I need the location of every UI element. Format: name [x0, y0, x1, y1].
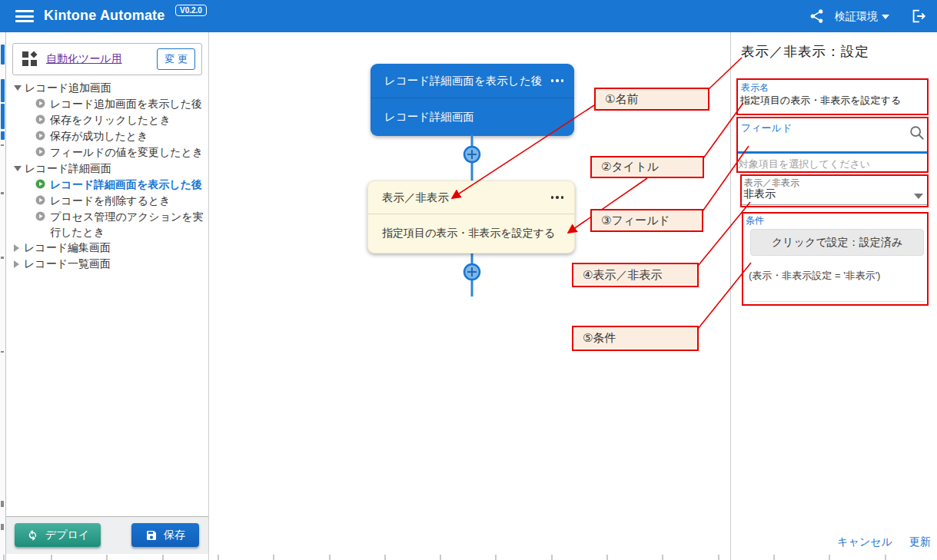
update-link[interactable]: 更新: [909, 535, 931, 549]
cancel-link[interactable]: キャンセル: [837, 535, 892, 549]
trigger-node-title: レコード詳細画面: [384, 110, 474, 124]
trigger-node-body: レコード詳細画面: [370, 98, 574, 135]
field-label: フィールド: [741, 121, 792, 135]
event-tree: レコード追加画面 レコード追加画面を表示した後 保存をクリックしたとき 保存が成…: [6, 80, 209, 272]
panel-title: 表示／非表示：設定: [741, 42, 869, 61]
collapsed-triangle-icon[interactable]: [14, 244, 19, 252]
sidebar-footer: デプロイ 保存: [6, 516, 208, 554]
field-input-underline[interactable]: [737, 151, 927, 154]
expand-triangle-icon[interactable]: [14, 166, 22, 171]
deploy-button[interactable]: デプロイ: [15, 523, 101, 547]
field-placeholder: 対象項目を選択してください: [739, 157, 870, 171]
app-selector: 自動化ツール用 変 更: [12, 43, 202, 75]
tree-item-label: プロセス管理のアクションを実行したとき: [50, 209, 208, 240]
environment-selector[interactable]: 検証環境: [835, 10, 878, 24]
tree-item-label: レコード追加画面を表示した後: [50, 96, 202, 111]
tree-item[interactable]: 保存をクリックしたとき: [6, 112, 209, 128]
play-circle-icon: [35, 195, 45, 205]
tree-item[interactable]: レコード追加画面を表示した後: [6, 96, 209, 112]
collapsed-nav-strip[interactable]: [0, 32, 6, 560]
share-icon[interactable]: [809, 8, 825, 25]
app-icon: [22, 51, 38, 68]
change-app-button[interactable]: 変 更: [157, 48, 195, 70]
save-icon: [145, 529, 158, 542]
tree-section-label: レコード編集画面: [24, 241, 111, 255]
condition-divider: [750, 301, 925, 302]
tree-section-record-list[interactable]: レコード一覧画面: [6, 256, 209, 272]
play-circle-icon: [35, 114, 45, 124]
app-title: Kintone Automate: [44, 8, 165, 24]
play-circle-icon: [35, 179, 45, 189]
version-badge: V0.2.0: [175, 5, 207, 16]
hamburger-icon[interactable]: [15, 10, 34, 22]
display-name-label: 表示名: [741, 81, 769, 94]
sidebar: 自動化ツール用 変 更 レコード追加画面 レコード追加画面を表示した後 保存をク…: [6, 32, 209, 560]
action-node[interactable]: 表示／非表示 指定項目の表示・非表示を設定する: [367, 181, 575, 253]
annotation-title: ②タイトル: [590, 156, 704, 178]
expand-triangle-icon[interactable]: [14, 85, 22, 91]
tree-item-label: レコード詳細画面を表示した後: [50, 177, 202, 192]
play-circle-icon: [35, 147, 45, 157]
action-node-header: 表示／非表示: [368, 181, 574, 214]
annotation-visibility: ④表示／非表示: [572, 263, 699, 287]
settings-panel: 表示／非表示：設定 表示名 指定項目の表示・非表示を設定する フィールド 対象項…: [730, 32, 937, 560]
trigger-node[interactable]: レコード詳細画面を表示した後 レコード詳細画面: [370, 64, 574, 136]
annotation-name: ①名前: [594, 88, 709, 111]
annotation-field: ③フィールド: [590, 209, 703, 232]
tree-section-record-edit[interactable]: レコード編集画面: [6, 240, 209, 256]
tree-item-label: 保存が成功したとき: [50, 128, 148, 144]
tree-item[interactable]: レコードを削除するとき: [6, 193, 209, 209]
flow-canvas: レコード詳細画面を表示した後 レコード詳細画面 表示／非表示 指定項目の表示・非…: [209, 32, 730, 560]
trigger-node-name: レコード詳細画面を表示した後: [384, 74, 542, 88]
action-node-title: 指定項目の表示・非表示を設定する: [382, 227, 555, 240]
logout-icon[interactable]: [910, 8, 927, 25]
visibility-select-underline: [742, 204, 927, 205]
environment-caret-icon[interactable]: [882, 15, 889, 19]
save-button-label: 保存: [164, 529, 185, 542]
tree-section-label: レコード詳細画面: [25, 162, 111, 176]
collapsed-triangle-icon[interactable]: [14, 260, 19, 268]
more-menu-icon[interactable]: [551, 79, 564, 82]
play-circle-icon: [35, 211, 45, 221]
tree-section-record-detail[interactable]: レコード詳細画面: [6, 161, 209, 177]
more-menu-icon[interactable]: [551, 196, 564, 199]
tree-item[interactable]: 保存が成功したとき: [6, 128, 209, 144]
play-circle-icon: [35, 131, 45, 141]
tree-section-label: レコード追加画面: [25, 81, 111, 95]
tree-section-record-add[interactable]: レコード追加画面: [6, 80, 209, 96]
tree-item-label: 保存をクリックしたとき: [50, 112, 171, 128]
action-node-name: 表示／非表示: [382, 191, 449, 205]
condition-label: 条件: [746, 214, 764, 227]
condition-expression: (表示・非表示設定 = '非表示'): [749, 269, 880, 283]
sync-icon: [26, 529, 39, 542]
deploy-button-label: デプロイ: [45, 529, 89, 542]
action-node-body: 指定項目の表示・非表示を設定する: [368, 214, 574, 253]
tree-item[interactable]: プロセス管理のアクションを実行したとき: [6, 209, 209, 240]
kintone-automate-app: Kintone Automate V0.2.0 検証環境: [0, 0, 937, 560]
condition-set-button[interactable]: クリックで設定：設定済み: [750, 229, 924, 256]
tree-item-label: フィールドの値を変更したとき: [50, 144, 203, 160]
play-circle-icon: [35, 98, 45, 108]
condition-highlight-frame: [742, 212, 929, 306]
display-name-value[interactable]: 指定項目の表示・非表示を設定する: [740, 94, 901, 108]
visibility-select-value[interactable]: 非表示: [743, 187, 776, 201]
tree-section-label: レコード一覧画面: [24, 257, 111, 271]
tree-item[interactable]: フィールドの値を変更したとき: [6, 144, 209, 161]
save-button[interactable]: 保存: [131, 523, 199, 547]
app-name-link[interactable]: 自動化ツール用: [46, 52, 122, 66]
tree-item-selected[interactable]: レコード詳細画面を表示した後: [6, 177, 209, 193]
annotation-condition: ⑤条件: [572, 326, 699, 351]
search-icon[interactable]: [909, 124, 925, 141]
tree-item-label: レコードを削除するとき: [50, 193, 171, 208]
panel-actions: キャンセル 更新: [837, 535, 931, 549]
trigger-node-header: レコード詳細画面を表示した後: [370, 64, 574, 98]
select-caret-icon[interactable]: [914, 194, 923, 199]
app-header: Kintone Automate V0.2.0 検証環境: [0, 0, 937, 32]
